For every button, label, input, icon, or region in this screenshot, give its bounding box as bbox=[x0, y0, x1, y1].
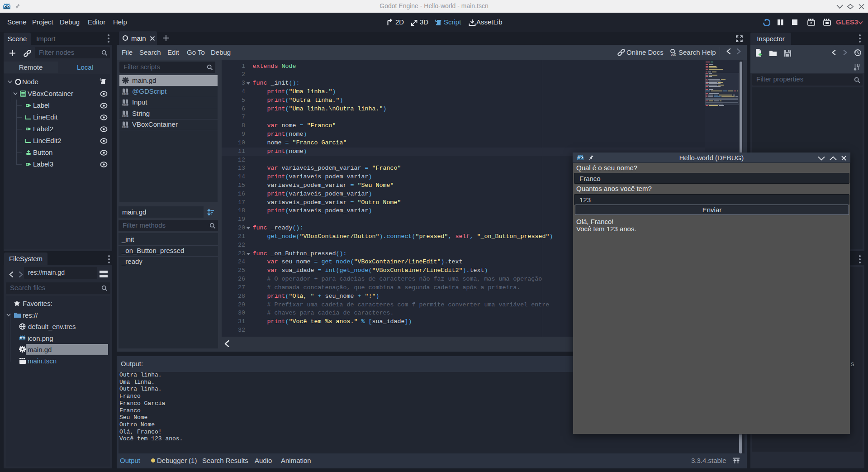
svg-text:DOC: DOC bbox=[671, 53, 676, 56]
svg-text:DOC: DOC bbox=[123, 104, 127, 106]
svg-text:DOC: DOC bbox=[123, 115, 127, 117]
svg-text:DOC: DOC bbox=[123, 126, 127, 128]
svg-text:DOC: DOC bbox=[123, 93, 127, 95]
